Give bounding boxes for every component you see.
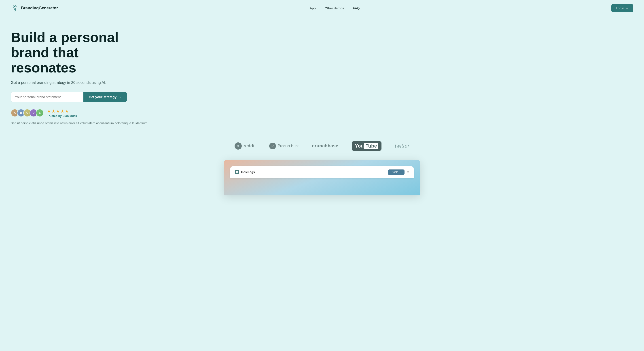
get-strategy-button[interactable]: Get your strategy → [84,92,127,102]
trust-label: Trusted by Elon Musk [47,114,77,118]
nav-link-faq[interactable]: FAQ [353,6,360,10]
youtube-box: YouTube [352,141,382,151]
cta-arrow: → [118,95,122,99]
window-brand-icon [235,170,239,174]
navbar: BrandingGenerator App Other demos FAQ Lo… [0,0,644,16]
crunchbase-label: crunchbase [312,143,338,148]
logo-reddit: reddit [234,142,256,150]
login-button[interactable]: Login → [611,4,633,12]
login-arrow: → [626,6,629,10]
star-rating: ★★★★★ [47,108,77,114]
twitter-label: twitter [395,143,410,149]
screenshot-section: IndieLogs Profile → ≡ [0,160,644,196]
screenshot-container: IndieLogs Profile → ≡ [224,160,420,196]
logos-section: reddit P Product Hunt crunchbase YouTube… [0,134,644,160]
logo-twitter: twitter [395,143,410,149]
nav-links: App Other demos FAQ [310,6,360,10]
logo-crunchbase: crunchbase [312,143,338,148]
reddit-label: reddit [244,143,256,148]
brand-name: BrandingGenerator [21,6,58,10]
window-menu-icon[interactable]: ≡ [407,170,409,174]
svg-point-7 [237,145,238,145]
svg-point-8 [239,145,239,145]
trust-info: ★★★★★ Trusted by Elon Musk [47,108,77,118]
logo-producthunt: P Product Hunt [269,143,298,149]
cta-label: Get your strategy [89,95,116,99]
svg-text:P: P [272,144,274,148]
login-label: Login [616,6,624,10]
window-controls: Profile → ≡ [388,170,409,175]
svg-rect-13 [236,172,237,173]
brand-icon [11,4,19,12]
svg-point-6 [238,145,239,146]
search-bar: Get your strategy → [11,92,127,102]
avatar-group: A B C D E [11,109,44,117]
svg-point-0 [14,6,16,8]
svg-point-5 [237,145,238,146]
hero-section: Build a personal brand that resonates Ge… [0,16,170,134]
hero-title: Build a personal brand that resonates [11,30,159,76]
nav-link-app[interactable]: App [310,6,316,10]
nav-link-other-demos[interactable]: Other demos [325,6,344,10]
screenshot-background: IndieLogs Profile → ≡ [224,160,420,196]
brand-statement-input[interactable] [11,92,84,102]
svg-rect-14 [237,172,238,173]
svg-rect-12 [237,171,238,172]
youtube-you: You [355,143,364,149]
producthunt-label: Product Hunt [278,144,298,148]
window-brand: IndieLogs [235,170,255,174]
svg-rect-11 [236,171,237,172]
screenshot-window: IndieLogs Profile → ≡ [230,166,414,178]
brand-logo[interactable]: BrandingGenerator [11,4,58,12]
logo-youtube: YouTube [352,141,382,151]
producthunt-icon: P [269,143,276,149]
hero-subtitle: Get a personal branding strategy in 20 s… [11,80,159,85]
window-app-name: IndieLogs [241,170,255,174]
youtube-tube: Tube [364,143,378,149]
window-profile-button[interactable]: Profile → [388,170,404,175]
avatar-5: E [36,109,44,117]
hero-description: Sed ut perspiciatis unde omnis iste natu… [11,121,149,126]
reddit-icon [234,142,242,150]
trust-row: A B C D E ★★★★★ Trusted by Elon Musk [11,108,159,118]
